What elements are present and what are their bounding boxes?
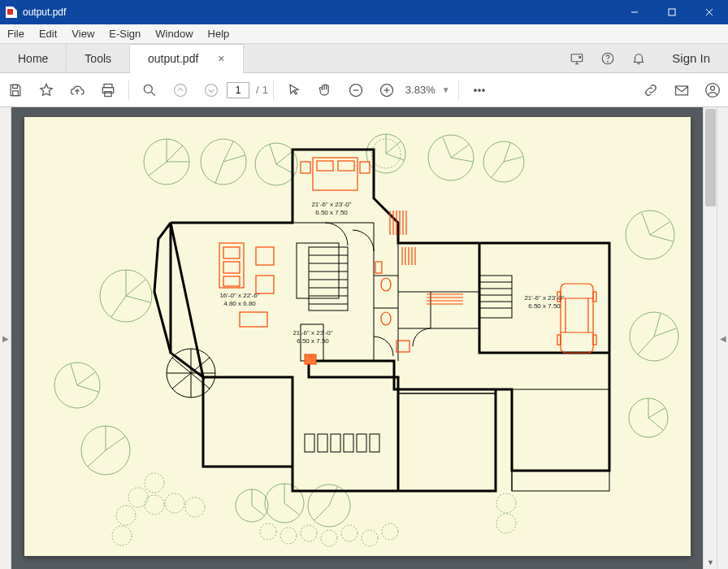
scroll-down-icon[interactable]: ▼: [704, 555, 717, 569]
room-2-dim: 16'-0" x 22'-6": [219, 292, 259, 299]
tab-home-label: Home: [18, 52, 48, 65]
window-title: output.pdf: [23, 7, 66, 18]
tab-tools-label: Tools: [84, 52, 111, 65]
star-icon[interactable]: [31, 73, 62, 107]
tab-tools[interactable]: Tools: [67, 44, 130, 72]
svg-point-86: [145, 473, 164, 493]
room-1-metric: 6.50 x 7.50: [315, 209, 348, 216]
right-pane-toggle[interactable]: ◀: [717, 107, 728, 569]
svg-line-37: [270, 145, 276, 164]
svg-line-134: [172, 373, 191, 389]
window-maximize-button[interactable]: [653, 0, 691, 24]
svg-rect-140: [512, 389, 609, 491]
room-1-dim: 21'-6" x 23'-0": [311, 201, 351, 208]
vertical-scrollbar[interactable]: ▲ ▼: [703, 107, 717, 569]
tab-bar: Home Tools output.pdf × Sign In: [0, 44, 728, 73]
svg-line-35: [215, 162, 223, 183]
svg-line-64: [88, 450, 106, 467]
window-close-button[interactable]: [691, 0, 728, 24]
scrollbar-thumb[interactable]: [705, 109, 716, 206]
svg-rect-185: [593, 292, 596, 302]
share-screen-icon[interactable]: [561, 51, 592, 66]
account-icon[interactable]: [697, 73, 728, 107]
svg-line-66: [642, 213, 650, 235]
page-number-input[interactable]: [227, 82, 249, 98]
svg-line-60: [77, 385, 98, 392]
svg-line-56: [111, 296, 126, 317]
left-pane-toggle[interactable]: ▶: [0, 107, 11, 569]
print-icon[interactable]: [93, 73, 124, 107]
svg-rect-1: [669, 9, 675, 15]
svg-line-46: [451, 145, 469, 158]
selection-tool-icon[interactable]: [279, 73, 310, 107]
page-up-icon[interactable]: [165, 73, 196, 107]
svg-rect-169: [223, 262, 240, 273]
find-icon[interactable]: [134, 73, 165, 107]
svg-line-70: [654, 314, 661, 337]
page-down-icon[interactable]: [196, 73, 227, 107]
svg-rect-145: [357, 434, 366, 452]
svg-line-75: [648, 408, 665, 418]
link-share-icon[interactable]: [635, 73, 666, 107]
svg-point-97: [341, 525, 358, 541]
menu-file[interactable]: File: [0, 24, 32, 43]
save-icon[interactable]: [0, 73, 31, 107]
zoom-dropdown[interactable]: 3.83%▼: [405, 84, 450, 96]
help-icon[interactable]: [592, 51, 623, 66]
svg-rect-106: [309, 247, 348, 311]
svg-rect-7: [13, 85, 18, 88]
tab-close-icon[interactable]: ×: [218, 52, 224, 65]
cloud-upload-icon[interactable]: [62, 73, 93, 107]
svg-line-45: [443, 137, 451, 158]
menu-edit[interactable]: Edit: [32, 24, 64, 43]
svg-line-50: [504, 157, 522, 162]
hand-tool-icon[interactable]: [310, 73, 340, 107]
svg-point-87: [128, 488, 148, 507]
svg-line-29: [167, 146, 183, 162]
svg-point-100: [496, 493, 516, 513]
svg-rect-143: [331, 434, 340, 452]
zoom-out-icon[interactable]: [340, 73, 371, 107]
svg-rect-9: [104, 84, 112, 87]
tab-home[interactable]: Home: [0, 44, 67, 72]
page-separator: /: [256, 84, 259, 96]
svg-point-99: [382, 523, 398, 540]
more-tools-icon[interactable]: [464, 73, 495, 107]
svg-rect-149: [338, 161, 354, 171]
sign-in-button[interactable]: Sign In: [654, 51, 728, 65]
svg-line-82: [314, 506, 329, 520]
svg-point-6: [608, 61, 609, 62]
room-4-dim: 21'-6" x 23'-0": [524, 294, 564, 302]
pdf-page: 21'-6" x 23'-0" 6.50 x 7.50 16'-0" x 22'…: [24, 117, 691, 556]
bell-icon[interactable]: [623, 51, 654, 66]
room-3-metric: 6.50 x 7.50: [297, 337, 329, 345]
svg-rect-144: [344, 434, 353, 452]
menu-help[interactable]: Help: [201, 24, 237, 43]
svg-rect-151: [360, 162, 370, 173]
document-viewport[interactable]: 21'-6" x 23'-0" 6.50 x 7.50 16'-0" x 22'…: [11, 107, 717, 569]
svg-point-26: [711, 86, 715, 90]
window-minimize-button[interactable]: [616, 0, 653, 24]
svg-line-71: [654, 328, 676, 337]
tab-document[interactable]: output.pdf ×: [130, 44, 243, 73]
menu-view[interactable]: View: [64, 24, 102, 43]
svg-rect-187: [593, 335, 596, 345]
svg-line-54: [126, 280, 145, 296]
menu-esign[interactable]: E-Sign: [102, 24, 148, 43]
mail-icon[interactable]: [666, 73, 697, 107]
zoom-in-icon[interactable]: [371, 73, 402, 107]
svg-rect-139: [398, 393, 496, 491]
svg-point-89: [112, 526, 132, 545]
svg-point-94: [280, 528, 297, 544]
svg-point-15: [206, 84, 218, 96]
tab-document-label: output.pdf: [148, 52, 198, 65]
content-area: ▶: [0, 107, 728, 569]
svg-point-177: [381, 312, 391, 325]
svg-point-91: [165, 493, 184, 513]
svg-point-101: [496, 514, 516, 533]
svg-line-42: [386, 141, 401, 154]
svg-rect-173: [240, 312, 267, 327]
svg-line-31: [149, 162, 167, 176]
menu-window[interactable]: Window: [148, 24, 200, 43]
svg-line-79: [284, 503, 299, 515]
